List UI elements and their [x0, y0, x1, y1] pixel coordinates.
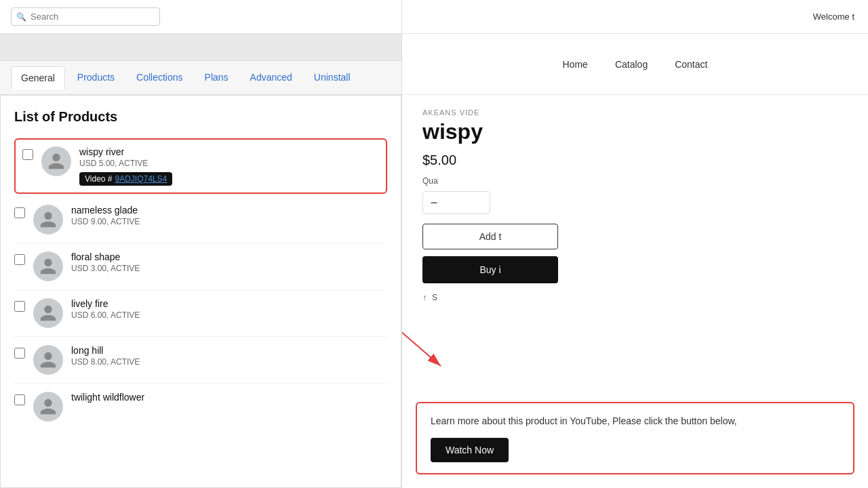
product-item-wispy-river[interactable]: wispy river USD 5.00, ACTIVE Video # 9AD…	[14, 138, 387, 194]
product-name-2: nameless glade	[71, 205, 387, 216]
products-content: List of Products wispy river USD 5.00, A…	[0, 95, 401, 488]
product-info-2: nameless glade USD 9.00, ACTIVE	[71, 205, 387, 226]
add-to-cart-button[interactable]: Add t	[422, 224, 558, 249]
tab-advanced[interactable]: Advanced	[241, 66, 302, 89]
product-name-4: lively fire	[71, 298, 387, 309]
search-bar: 🔍	[0, 0, 401, 34]
product-meta-3: USD 3.00, ACTIVE	[71, 264, 387, 273]
product-meta-2: USD 9.00, ACTIVE	[71, 217, 387, 226]
qty-control: −	[422, 191, 490, 214]
video-badge-1: Video # 9ADJIQ74LS4	[79, 172, 172, 186]
product-avatar-1	[41, 146, 71, 176]
product-brand: AKEANS VIDE	[422, 108, 848, 117]
product-info-5: long hill USD 8.00, ACTIVE	[71, 345, 387, 367]
share-icon: ↑	[422, 293, 427, 302]
product-name-5: long hill	[71, 345, 387, 356]
product-meta-4: USD 6.00, ACTIVE	[71, 310, 387, 320]
product-checkbox-3[interactable]	[14, 254, 25, 265]
product-checkbox-4[interactable]	[14, 301, 25, 312]
tab-general[interactable]: General	[11, 66, 65, 89]
product-name-1: wispy river	[79, 146, 379, 157]
product-info-1: wispy river USD 5.00, ACTIVE Video # 9AD…	[79, 146, 379, 186]
product-info-4: lively fire USD 6.00, ACTIVE	[71, 298, 387, 320]
product-item-lively-fire[interactable]: lively fire USD 6.00, ACTIVE	[14, 290, 387, 337]
nav-contact[interactable]: Contact	[675, 59, 707, 70]
product-item-nameless-glade[interactable]: nameless glade USD 9.00, ACTIVE	[14, 197, 387, 243]
product-avatar-6	[33, 392, 63, 422]
product-price-large: $5.00	[422, 152, 848, 168]
share-row: ↑ S	[422, 293, 848, 302]
tab-products[interactable]: Products	[68, 66, 124, 89]
product-meta-5: USD 8.00, ACTIVE	[71, 357, 387, 367]
list-title: List of Products	[14, 109, 387, 125]
product-info-6: twilight wildflower	[71, 392, 387, 404]
nav-home[interactable]: Home	[563, 59, 588, 70]
welcome-text: Welcome t	[813, 12, 854, 22]
product-title-large: wispy	[422, 119, 848, 144]
product-checkbox-1[interactable]	[22, 149, 33, 160]
video-link-1[interactable]: 9ADJIQ74LS4	[115, 174, 167, 184]
tab-bar: General Products Collections Plans Advan…	[0, 61, 401, 95]
tab-collections[interactable]: Collections	[127, 66, 192, 89]
product-item-long-hill[interactable]: long hill USD 8.00, ACTIVE	[14, 337, 387, 384]
product-name-3: floral shape	[71, 251, 387, 262]
tab-uninstall[interactable]: Uninstall	[304, 66, 360, 89]
product-checkbox-5[interactable]	[14, 348, 25, 359]
welcome-bar: Welcome t	[402, 0, 868, 34]
watch-now-button[interactable]: Watch Now	[431, 438, 509, 462]
product-avatar-2	[33, 205, 63, 235]
product-meta-1: USD 5.00, ACTIVE	[79, 159, 379, 168]
buy-now-button[interactable]: Buy i	[422, 256, 558, 283]
product-item-floral-shape[interactable]: floral shape USD 3.00, ACTIVE	[14, 243, 387, 290]
share-label: S	[432, 293, 437, 302]
product-checkbox-2[interactable]	[14, 207, 25, 218]
nav-catalog[interactable]: Catalog	[615, 59, 648, 70]
tab-plans[interactable]: Plans	[195, 66, 238, 89]
qty-label: Qua	[422, 176, 848, 186]
gray-spacer	[0, 34, 401, 61]
product-name-6: twilight wildflower	[71, 392, 387, 403]
callout-text: Learn more about this product in YouTube…	[431, 414, 840, 428]
product-avatar-4	[33, 298, 63, 328]
qty-decrease-button[interactable]: −	[423, 192, 445, 214]
product-detail: AKEANS VIDE wispy $5.00 Qua − Add t Buy …	[402, 95, 868, 488]
product-info-3: floral shape USD 3.00, ACTIVE	[71, 251, 387, 273]
product-item-twilight-wildflower[interactable]: twilight wildflower	[14, 384, 387, 430]
product-avatar-5	[33, 345, 63, 375]
product-checkbox-6[interactable]	[14, 394, 25, 405]
youtube-callout: Learn more about this product in YouTube…	[416, 402, 854, 474]
search-input[interactable]	[11, 7, 160, 26]
right-nav: Home Catalog Contact	[402, 34, 868, 95]
product-avatar-3	[33, 251, 63, 281]
